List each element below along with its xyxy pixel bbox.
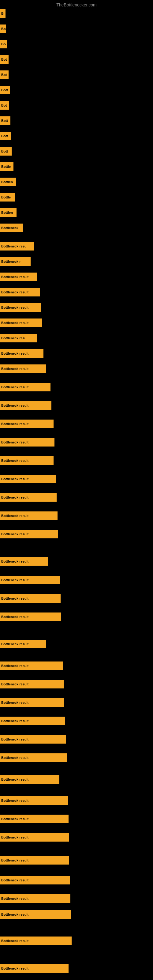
bottleneck-bar-label: Bottleneck result: [1, 756, 29, 759]
bottleneck-bar: Bottleneck result: [0, 401, 51, 410]
bottleneck-bar-label: Bott: [1, 119, 8, 123]
bottleneck-bar: Bottleneck result: [0, 698, 64, 707]
bottleneck-bar: Bott: [0, 132, 11, 140]
bottleneck-bar: Bottleneck r: [0, 257, 30, 266]
bottleneck-bar: Bottleneck result: [0, 964, 69, 973]
bottleneck-bar: Bottleneck result: [0, 937, 72, 945]
bottleneck-bar-label: Bottleneck result: [1, 385, 29, 389]
bottleneck-bar: Bottleneck result: [0, 594, 61, 603]
bottleneck-bar-label: Bottleneck result: [1, 367, 29, 371]
bottleneck-bar-label: Bottleneck r: [1, 260, 21, 263]
bottleneck-bar: Bottleneck result: [0, 438, 54, 447]
bottleneck-bar-label: Bottleneck result: [1, 459, 29, 463]
bottleneck-bar: Bottleneck result: [0, 475, 56, 483]
bottleneck-bar: Bot: [0, 55, 9, 64]
bottleneck-bar-label: Bottleneck result: [1, 799, 29, 802]
bottleneck-bar: Bottleneck result: [0, 557, 48, 566]
bottleneck-bar: Bottleneck result: [0, 833, 69, 842]
bottleneck-bar-label: Bottleneck result: [1, 560, 29, 563]
bottleneck-bar-label: Bottleneck result: [1, 967, 29, 970]
bottleneck-bar: Bo: [0, 24, 6, 33]
bottleneck-bar: Bottleneck result: [0, 612, 61, 621]
bottleneck-bar-label: Bottlen: [1, 180, 13, 184]
bottleneck-bar-label: Bottleneck result: [1, 275, 29, 279]
bottleneck-bar-label: Bottleneck result: [1, 913, 29, 916]
bottleneck-bar: Bottleneck result: [0, 680, 64, 689]
bottleneck-bar: Bottleneck result: [0, 318, 42, 327]
bottleneck-bar: Bott: [0, 116, 10, 125]
bottleneck-bar-label: Bottleneck result: [1, 597, 29, 600]
bottleneck-bar: Bottleneck resu: [0, 334, 37, 342]
bottleneck-bar: Bottleneck result: [0, 910, 71, 919]
bottleneck-bar-label: Bottleneck result: [1, 514, 29, 517]
bottleneck-bar-label: Bottleneck result: [1, 321, 29, 325]
bottleneck-bar-label: Bottleneck result: [1, 737, 29, 741]
bottleneck-bar: Bottleneck result: [0, 530, 58, 538]
bottleneck-bar: Bottleneck result: [0, 775, 59, 784]
bottleneck-bar-label: Bottle: [1, 165, 11, 169]
bottleneck-bar-label: Bottleneck result: [1, 578, 29, 582]
bottleneck-bar: Bottlen: [0, 178, 16, 186]
bottleneck-bar: Bottleneck result: [0, 303, 41, 312]
site-title: TheBottlenecker.com: [56, 2, 97, 7]
bottleneck-bar-label: Bottleneck result: [1, 352, 29, 355]
bottleneck-bar-label: Bottleneck result: [1, 477, 29, 481]
bottleneck-bar: Bottleneck result: [0, 735, 66, 744]
bottleneck-bar: Bottleneck result: [0, 753, 67, 762]
bottleneck-bar-label: Bo: [1, 27, 6, 30]
bottleneck-bar: Bottlen: [0, 208, 16, 217]
bottleneck-bar-label: Bot: [1, 73, 7, 76]
bottleneck-bar-label: Bottleneck result: [1, 778, 29, 781]
bottleneck-bar: Bottleneck result: [0, 420, 54, 428]
bottleneck-bar: Bottleneck result: [0, 662, 63, 670]
bottleneck-bar-label: Bottleneck result: [1, 682, 29, 686]
bottleneck-bar-label: Bottleneck result: [1, 642, 29, 646]
bottleneck-bar: Bottleneck result: [0, 815, 69, 823]
bottleneck-bar-label: Bott: [1, 88, 8, 92]
bottleneck-bar: Bottleneck: [0, 224, 23, 232]
bottleneck-bar: Bottleneck result: [0, 383, 51, 391]
bottleneck-bar-label: Bottleneck result: [1, 290, 29, 294]
bottleneck-bar: Bottleneck resu: [0, 242, 33, 250]
bottleneck-bar: Bottleneck result: [0, 796, 68, 805]
bottleneck-bar: Bottleneck result: [0, 456, 54, 465]
bottleneck-bar-label: Bottleneck result: [1, 532, 29, 536]
bottleneck-bar-label: Bottleneck resu: [1, 244, 27, 248]
bottleneck-bar: Bottleneck result: [0, 349, 43, 358]
bottleneck-bar: Bottle: [0, 162, 13, 171]
bottleneck-bar: Bottleneck result: [0, 288, 40, 296]
bottleneck-bar-label: Bottleneck result: [1, 441, 29, 444]
bottleneck-bar: B: [0, 9, 5, 18]
bottleneck-bar-label: Bott: [1, 134, 8, 138]
bottleneck-bar: Bot: [0, 101, 9, 110]
bottleneck-bar-label: Bottle: [1, 196, 11, 199]
bottleneck-bar-label: Bottleneck result: [1, 878, 29, 882]
bottleneck-bar-label: Bottleneck result: [1, 858, 29, 862]
bottleneck-bar: Bottleneck result: [0, 576, 60, 584]
bottleneck-bar-label: Bottleneck result: [1, 495, 29, 499]
bottleneck-bar: Bot: [0, 70, 9, 79]
bottleneck-bar-label: Bottleneck: [1, 226, 18, 230]
bottleneck-bar: Bottleneck result: [0, 717, 65, 725]
bottleneck-bar-label: Bottleneck result: [1, 305, 29, 309]
bottleneck-bar-label: Bottleneck result: [1, 701, 29, 705]
bottleneck-bar: Bottleneck result: [0, 856, 69, 865]
bottleneck-bar-label: Bottleneck result: [1, 615, 29, 619]
bottleneck-bar: Bottleneck result: [0, 894, 70, 903]
bottleneck-bar-label: Bot: [1, 57, 7, 61]
bottleneck-bar-label: Bottleneck resu: [1, 336, 27, 340]
bottleneck-bar-label: B: [1, 12, 4, 15]
bottleneck-bar-label: Bottleneck result: [1, 939, 29, 943]
bottleneck-bar-label: Bott: [1, 150, 8, 153]
bottleneck-bar: Bottleneck result: [0, 364, 46, 373]
bottleneck-bar-label: Bottleneck result: [1, 817, 29, 821]
bottleneck-bar-label: Bottleneck result: [1, 422, 29, 426]
bottleneck-bar: Bottleneck result: [0, 493, 57, 502]
bottleneck-bar-label: Bo: [1, 42, 6, 46]
bottleneck-bar: Bo: [0, 40, 7, 48]
bottleneck-bar-label: Bottleneck result: [1, 404, 29, 407]
bottleneck-bar: Bottleneck result: [0, 272, 37, 281]
bottleneck-bar-label: Bot: [1, 103, 7, 107]
bottleneck-bar-label: Bottleneck result: [1, 835, 29, 839]
bottleneck-bar-label: Bottleneck result: [1, 664, 29, 668]
